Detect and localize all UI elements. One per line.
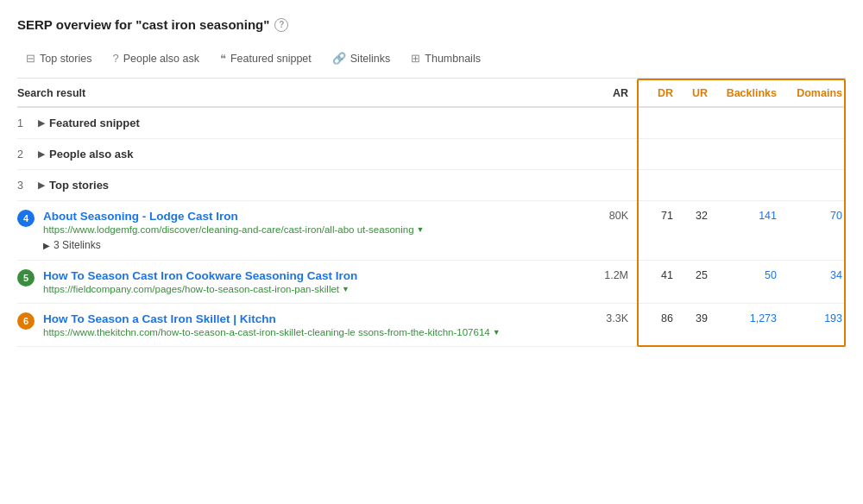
tab-label-thumbnails: Thumbnails (425, 53, 481, 65)
result-link[interactable]: How To Season Cast Iron Cookware Seasoni… (43, 269, 357, 282)
cell-ar: 1.2M (587, 261, 639, 290)
cell-ur: 25 (682, 261, 716, 290)
cell-ur (682, 170, 716, 187)
cell-ur (682, 108, 716, 125)
result-content: How To Season a Cast Iron Skillet | Kitc… (43, 312, 580, 337)
tab-featured-snippet[interactable]: ❝Featured snippet (211, 47, 320, 69)
table-wrapper: Search result AR DR UR Backlinks Domains… (17, 79, 846, 347)
result-title-text: People also ask (49, 148, 134, 161)
cell-ur: 32 (682, 201, 716, 230)
tab-sitelinks[interactable]: 🔗Sitelinks (324, 47, 400, 69)
row-number: 3 (17, 179, 29, 192)
row-number: 1 (17, 117, 29, 129)
result-badge: 6 (17, 312, 35, 330)
cell-dr: 71 (639, 201, 682, 230)
page-title: SERP overview for "cast iron seasoning" (17, 17, 269, 32)
expand-arrow[interactable]: ▶ (38, 149, 45, 159)
result-title: ▶ Top stories (38, 179, 580, 192)
row-number: 2 (17, 148, 29, 161)
result-title-text: Top stories (49, 179, 109, 192)
result-url: https://fieldcompany.com/pages/how-to-se… (43, 284, 580, 294)
cell-ar: 80K (587, 201, 639, 230)
sitelinks-icon: 🔗 (332, 52, 346, 65)
tab-label-top-stories: Top stories (40, 53, 91, 65)
result-badge: 4 (17, 210, 35, 227)
page-header: SERP overview for "cast iron seasoning" … (17, 17, 846, 32)
result-title: ▶ Featured snippet (38, 117, 580, 129)
result-url: https://www.lodgemfg.com/discover/cleani… (43, 224, 580, 235)
table-header: Search result AR DR UR Backlinks Domains (17, 79, 846, 108)
cell-backlinks (716, 170, 785, 187)
col-header-dr: DR (639, 87, 682, 99)
col-header-backlinks: Backlinks (716, 87, 785, 99)
featured-snippet-icon: ❝ (220, 52, 226, 65)
col-header-result: Search result (17, 87, 587, 99)
result-content: ▶ Top stories (38, 179, 580, 192)
cell-backlinks: 50 (716, 261, 785, 290)
cell-ar (587, 170, 639, 187)
cell-dr: 41 (639, 261, 682, 290)
tab-people-also-ask[interactable]: ?People also ask (104, 47, 208, 69)
cell-domains (785, 170, 846, 187)
result-cell: 3 ▶ Top stories (17, 170, 587, 200)
expand-arrow[interactable]: ▶ (38, 180, 45, 190)
tab-top-stories[interactable]: ⊟Top stories (17, 47, 100, 69)
cell-dr (639, 108, 682, 125)
cell-backlinks (716, 108, 785, 125)
cell-domains: 193 (785, 304, 846, 333)
top-stories-icon: ⊟ (26, 52, 35, 65)
table-row: 3 ▶ Top stories (17, 170, 846, 201)
sitelinks-text: 3 Sitelinks (54, 239, 101, 251)
result-cell: 1 ▶ Featured snippet (17, 108, 587, 138)
table-row: 6 How To Season a Cast Iron Skillet | Ki… (17, 304, 846, 347)
url-dropdown-icon[interactable]: ▼ (493, 328, 501, 337)
url-text: https://fieldcompany.com/pages/how-to-se… (43, 284, 339, 294)
table-row: 2 ▶ People also ask (17, 139, 846, 170)
result-link[interactable]: About Seasoning - Lodge Cast Iron (43, 210, 238, 223)
expand-arrow[interactable]: ▶ (38, 118, 45, 128)
result-title: ▶ People also ask (38, 148, 580, 161)
result-link[interactable]: How To Season a Cast Iron Skillet | Kitc… (43, 312, 276, 325)
url-text: https://www.lodgemfg.com/discover/cleani… (43, 224, 414, 235)
tab-label-people-also-ask: People also ask (123, 53, 199, 65)
cell-domains: 70 (785, 201, 846, 230)
tab-label-featured-snippet: Featured snippet (230, 53, 312, 65)
thumbnails-icon: ⊞ (411, 52, 420, 65)
col-header-ar: AR (587, 87, 639, 99)
col-header-ur: UR (682, 87, 716, 99)
result-url: https://www.thekitchn.com/how-to-season-… (43, 327, 580, 337)
cell-backlinks (716, 139, 785, 156)
tabs-bar: ⊟Top stories?People also ask❝Featured sn… (17, 47, 846, 79)
url-dropdown-icon[interactable]: ▼ (342, 285, 350, 293)
result-content: About Seasoning - Lodge Cast Iron https:… (43, 210, 580, 251)
url-dropdown-icon[interactable]: ▼ (417, 225, 425, 234)
help-icon[interactable]: ? (274, 18, 288, 32)
tab-thumbnails[interactable]: ⊞Thumbnails (402, 47, 489, 69)
url-text: https://www.thekitchn.com/how-to-season-… (43, 327, 490, 337)
result-title-text: Featured snippet (49, 117, 140, 129)
table-row: 1 ▶ Featured snippet (17, 108, 846, 139)
people-also-ask-icon: ? (112, 52, 118, 65)
cell-ar (587, 108, 639, 125)
cell-backlinks: 1,273 (716, 304, 785, 333)
result-cell: 5 How To Season Cast Iron Cookware Seaso… (17, 261, 587, 303)
table-row: 4 About Seasoning - Lodge Cast Iron http… (17, 201, 846, 261)
cell-dr (639, 170, 682, 187)
cell-domains (785, 108, 846, 125)
result-cell: 4 About Seasoning - Lodge Cast Iron http… (17, 201, 587, 260)
result-badge: 5 (17, 269, 35, 287)
result-cell: 2 ▶ People also ask (17, 139, 587, 169)
result-cell: 6 How To Season a Cast Iron Skillet | Ki… (17, 304, 587, 346)
cell-dr: 86 (639, 304, 682, 333)
cell-backlinks: 141 (716, 201, 785, 230)
cell-domains (785, 139, 846, 156)
cell-ar: 3.3K (587, 304, 639, 333)
results-table: Search result AR DR UR Backlinks Domains… (17, 79, 846, 347)
sitelinks-arrow[interactable]: ▶ (43, 241, 50, 250)
cell-domains: 34 (785, 261, 846, 290)
col-header-domains: Domains (785, 87, 846, 99)
table-row: 5 How To Season Cast Iron Cookware Seaso… (17, 261, 846, 304)
tab-label-sitelinks: Sitelinks (350, 53, 391, 65)
cell-ur (682, 139, 716, 156)
cell-ur: 39 (682, 304, 716, 333)
